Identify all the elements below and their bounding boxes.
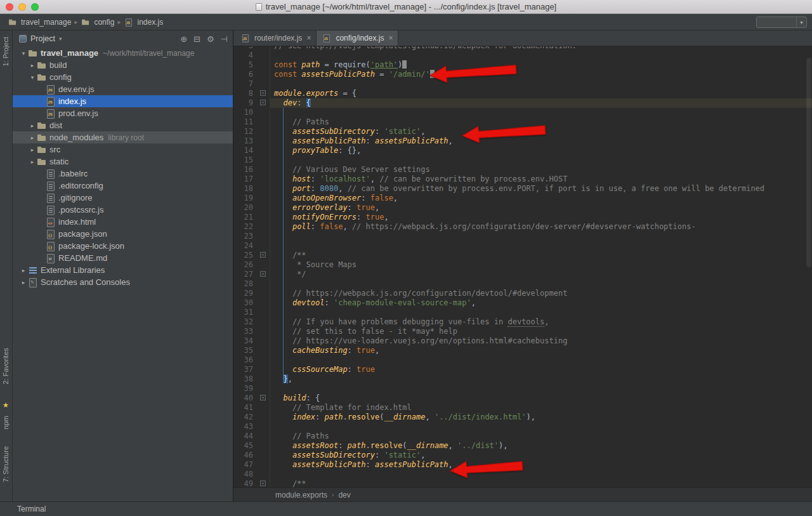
fold-marker-icon[interactable]: - bbox=[260, 271, 266, 277]
editor-breadcrumb-item[interactable]: module.exports bbox=[275, 491, 327, 499]
scrollbar[interactable] bbox=[806, 58, 811, 267]
tool-stripe-terminal[interactable]: Terminal bbox=[17, 505, 46, 513]
tool-stripe-project[interactable]: 1: Project bbox=[2, 37, 10, 66]
folder-icon bbox=[37, 72, 47, 83]
editor-tab[interactable]: router/index.js× bbox=[235, 30, 317, 46]
project-tree[interactable]: ▾travel_manage~/work/html/travel_manage▸… bbox=[13, 47, 233, 501]
chevron-collapsed-icon[interactable]: ▸ bbox=[28, 135, 37, 141]
close-icon[interactable]: × bbox=[306, 34, 311, 43]
tree-item[interactable]: ▾travel_manage~/work/html/travel_manage bbox=[13, 47, 233, 59]
fold-marker-icon[interactable]: - bbox=[260, 100, 266, 105]
line-number: 19 bbox=[233, 194, 270, 203]
collapse-all-icon[interactable]: ⊟ bbox=[193, 34, 200, 44]
tree-item-label: dist bbox=[49, 121, 62, 130]
minimize-window-button[interactable] bbox=[18, 3, 26, 11]
chevron-expanded-icon[interactable]: ▾ bbox=[19, 50, 28, 56]
tree-item[interactable]: ▸static bbox=[13, 155, 233, 168]
code-editor[interactable]: 345678-9-1011121314151617181920212223242… bbox=[233, 46, 812, 487]
close-window-button[interactable] bbox=[6, 3, 13, 11]
editor-breadcrumb-item[interactable]: dev bbox=[338, 491, 350, 499]
tree-item[interactable]: .babelrc bbox=[13, 168, 233, 180]
fold-marker-icon[interactable]: - bbox=[260, 90, 266, 96]
close-icon[interactable]: × bbox=[388, 34, 393, 43]
json-icon bbox=[46, 229, 56, 239]
tree-item[interactable]: index.js bbox=[13, 95, 233, 107]
fold-marker-icon[interactable]: - bbox=[260, 480, 266, 486]
editor-tab[interactable]: config/index.js× bbox=[317, 30, 398, 46]
tree-item[interactable]: ▸Scratches and Consoles bbox=[13, 276, 233, 288]
scratch-icon bbox=[28, 277, 38, 288]
tree-item[interactable]: package.json bbox=[13, 228, 233, 240]
tree-item[interactable]: README.md bbox=[13, 252, 233, 264]
tree-item[interactable]: ▸node_moduleslibrary root bbox=[13, 131, 233, 143]
navigation-bar: travel_manage▸config▸index.js ▾ bbox=[0, 14, 812, 30]
run-config-selector[interactable]: ▾ bbox=[756, 17, 807, 28]
chevron-collapsed-icon[interactable]: ▸ bbox=[28, 147, 37, 153]
line-number: 12 bbox=[233, 127, 270, 136]
tree-item[interactable]: .editorconfig bbox=[13, 180, 233, 192]
folder-icon bbox=[82, 18, 91, 27]
chevron-collapsed-icon[interactable]: ▸ bbox=[28, 159, 37, 165]
tool-stripe-favorites[interactable]: 2: Favorites bbox=[2, 348, 10, 384]
line-number: 33 bbox=[233, 327, 270, 336]
txt-icon bbox=[46, 169, 56, 179]
folder-icon bbox=[37, 133, 47, 143]
tree-item-label: External Libraries bbox=[41, 265, 105, 275]
line-number: 21 bbox=[233, 213, 270, 222]
gear-icon[interactable]: ⚙ bbox=[207, 34, 214, 44]
html-icon bbox=[46, 217, 56, 227]
js-icon bbox=[46, 84, 56, 95]
line-number: 9- bbox=[233, 98, 270, 108]
code-line: // If you have problems debugging vue-fi… bbox=[270, 317, 812, 327]
line-number: 17 bbox=[233, 175, 270, 184]
tree-item[interactable]: ▾config bbox=[13, 71, 233, 83]
chevron-collapsed-icon[interactable]: ▸ bbox=[28, 122, 37, 129]
line-number: 11 bbox=[233, 117, 270, 127]
scope-indent-guide bbox=[283, 108, 284, 380]
tree-item[interactable]: package-lock.json bbox=[13, 240, 233, 252]
tree-item[interactable]: index.html bbox=[13, 216, 233, 228]
project-panel-title: Project bbox=[30, 34, 55, 43]
code-line: /** bbox=[270, 251, 812, 260]
editor-gutter[interactable]: 345678-9-1011121314151617181920212223242… bbox=[233, 46, 270, 487]
hide-panel-icon[interactable]: ⊣ bbox=[221, 34, 228, 44]
line-number: 13 bbox=[233, 136, 270, 146]
tool-stripe-structure[interactable]: 7: Structure bbox=[2, 446, 10, 482]
tree-item[interactable]: dev.env.js bbox=[13, 83, 233, 95]
fold-marker-icon[interactable]: - bbox=[260, 395, 266, 400]
chevron-collapsed-icon[interactable]: ▸ bbox=[19, 279, 28, 286]
tree-item[interactable]: ▸build bbox=[13, 59, 233, 71]
tree-item[interactable]: prod.env.js bbox=[13, 107, 233, 119]
locate-file-icon[interactable]: ⊕ bbox=[180, 34, 187, 44]
line-number: 40- bbox=[233, 394, 270, 403]
chevron-collapsed-icon[interactable]: ▸ bbox=[28, 62, 37, 69]
line-number: 43 bbox=[233, 422, 270, 432]
fold-marker-icon[interactable]: - bbox=[260, 252, 266, 258]
chevron-right-icon: ▸ bbox=[115, 18, 122, 25]
tree-item[interactable]: ▸External Libraries bbox=[13, 264, 233, 276]
chevron-down-icon[interactable]: ▾ bbox=[59, 36, 62, 42]
line-number: 23 bbox=[233, 232, 270, 241]
code-pane[interactable]: // see http://vuejs-templates.github.io/… bbox=[270, 46, 812, 487]
line-number: 5 bbox=[233, 60, 270, 70]
line-number: 6 bbox=[233, 70, 270, 79]
tree-item[interactable]: ▸dist bbox=[13, 119, 233, 131]
line-number: 35 bbox=[233, 346, 270, 355]
chevron-collapsed-icon[interactable]: ▸ bbox=[19, 267, 28, 274]
chevron-expanded-icon[interactable]: ▾ bbox=[28, 74, 37, 81]
tree-item[interactable]: .postcssrc.js bbox=[13, 204, 233, 216]
tool-stripe-npm[interactable]: npm bbox=[2, 416, 10, 429]
breadcrumb-item[interactable]: travel_manage bbox=[6, 17, 72, 27]
code-line: port: 8080, // can be overwritten by pro… bbox=[270, 184, 812, 194]
breadcrumb-item[interactable]: index.js bbox=[122, 17, 164, 27]
breadcrumb-item[interactable]: config bbox=[79, 17, 115, 27]
code-line bbox=[270, 308, 812, 317]
zoom-window-button[interactable] bbox=[31, 3, 39, 11]
line-number: 34 bbox=[233, 336, 270, 346]
js-icon bbox=[46, 96, 56, 107]
code-line bbox=[270, 232, 812, 241]
code-line bbox=[270, 422, 812, 432]
line-number: 4 bbox=[233, 51, 270, 60]
tree-item[interactable]: .gitignore bbox=[13, 192, 233, 204]
tree-item[interactable]: ▸src bbox=[13, 143, 233, 155]
